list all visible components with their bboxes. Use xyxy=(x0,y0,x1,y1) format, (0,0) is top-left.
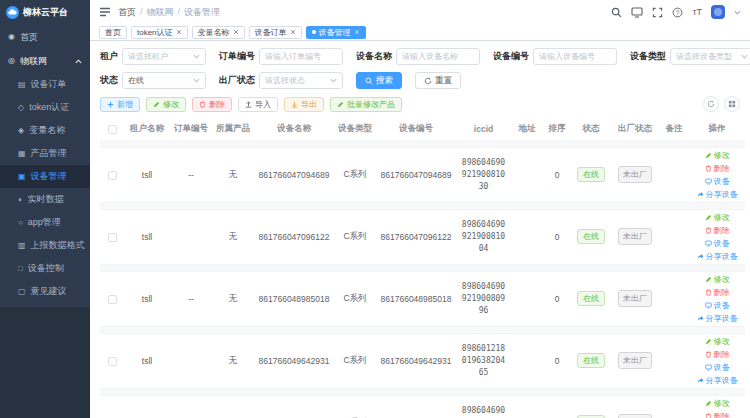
close-icon[interactable] xyxy=(354,29,360,35)
row-edit-link[interactable]: 修改 xyxy=(705,398,730,409)
chevron-up-icon xyxy=(75,58,82,65)
edit-button[interactable]: 修改 xyxy=(146,97,186,112)
edit-button-label: 修改 xyxy=(163,99,179,110)
share-icon xyxy=(697,315,704,322)
table-row: tsll 无 861766049662616 C系列 8617660496626… xyxy=(100,395,745,418)
cell-device-name: 861766048985018 xyxy=(254,271,334,326)
row-edit-link[interactable]: 修改 xyxy=(705,212,730,223)
cell-device-no: 861766047094689 xyxy=(376,147,456,202)
sidebar-item-product-manage[interactable]: ▦ 产品管理 xyxy=(0,142,90,165)
trash-icon xyxy=(705,351,712,358)
sidebar-item-realtime-data[interactable]: ◐ 实时数据 xyxy=(0,188,90,211)
refresh-table-button[interactable] xyxy=(703,96,719,112)
breadcrumb-home[interactable]: 首页 xyxy=(118,6,136,19)
export-button[interactable]: 导出 xyxy=(284,97,324,112)
sidebar-item-device-order[interactable]: ▤ 设备订单 xyxy=(0,73,90,96)
row-device-link[interactable]: 设备 xyxy=(705,238,730,249)
col-device-name: 设备名称 xyxy=(254,118,334,140)
col-tenant: 租户名称 xyxy=(124,118,170,140)
close-icon[interactable] xyxy=(233,29,239,35)
order-no-input[interactable] xyxy=(259,48,343,65)
tenant-select[interactable]: 请选择租户 xyxy=(122,48,206,65)
row-delete-link[interactable]: 删除 xyxy=(705,287,730,298)
tab-device-manage[interactable]: 设备管理 xyxy=(306,26,366,39)
row-checkbox[interactable] xyxy=(108,357,117,366)
row-checkbox[interactable] xyxy=(108,233,117,242)
status-select[interactable]: 在线 xyxy=(122,72,206,89)
font-size-icon[interactable]: тT xyxy=(692,7,702,17)
cell-address xyxy=(511,147,543,202)
row-checkbox[interactable] xyxy=(108,295,117,304)
sidebar-item-variable-name[interactable]: ◈ 变量名称 xyxy=(0,119,90,142)
sidebar-item-label: 变量名称 xyxy=(29,124,65,137)
help-icon[interactable] xyxy=(672,7,683,18)
add-button[interactable]: 新增 xyxy=(100,97,140,112)
device-name-input[interactable] xyxy=(396,48,480,65)
tab-label: 变量名称 xyxy=(198,27,230,38)
delete-button[interactable]: 删除 xyxy=(192,97,232,112)
row-device-link[interactable]: 设备 xyxy=(705,300,730,311)
close-icon[interactable] xyxy=(290,29,296,35)
sidebar-item-feedback[interactable]: ▢ 意见建议 xyxy=(0,280,90,303)
search-button[interactable]: 搜索 xyxy=(356,72,402,89)
row-checkbox[interactable] xyxy=(108,171,117,180)
cell-product: 无 xyxy=(212,209,254,264)
tab-label: 首页 xyxy=(105,27,121,38)
cell-iccid: 89860469092190080763 xyxy=(456,395,511,418)
breadcrumb-iot[interactable]: 物联网 xyxy=(147,6,174,19)
device-type-select[interactable]: 请选择设备类型 xyxy=(670,48,750,65)
avatar[interactable] xyxy=(711,5,725,19)
fullscreen-icon[interactable] xyxy=(652,7,663,18)
cell-device-no: 861766048985018 xyxy=(376,271,456,326)
device-table: 租户名称 订单编号 所属产品 设备名称 设备类型 设备编号 iccid 地址 排… xyxy=(100,118,745,418)
row-share-link[interactable]: 分享设备 xyxy=(697,313,738,324)
row-delete-link[interactable]: 删除 xyxy=(705,225,730,236)
sidebar-item-home[interactable]: ◉ 首页 xyxy=(0,25,90,49)
cell-sort: 0 xyxy=(543,271,571,326)
column-settings-button[interactable] xyxy=(724,96,740,112)
cell-iccid: 89860469092190081004 xyxy=(456,209,511,264)
hamburger-icon[interactable] xyxy=(99,6,111,18)
row-share-link[interactable]: 分享设备 xyxy=(697,189,738,200)
close-icon[interactable] xyxy=(176,29,182,35)
tab-device-order[interactable]: 设备订单 xyxy=(249,26,302,39)
row-share-link[interactable]: 分享设备 xyxy=(697,375,738,386)
row-actions: 修改 删除 设备 分享设备 xyxy=(690,274,744,324)
row-edit-link[interactable]: 修改 xyxy=(705,150,730,161)
batch-edit-button[interactable]: 批量修改产品 xyxy=(330,97,402,112)
import-button[interactable]: 导入 xyxy=(238,97,278,112)
sidebar-item-device-manage[interactable]: ▣ 设备管理 xyxy=(0,165,90,188)
row-device-link[interactable]: 设备 xyxy=(705,362,730,373)
row-edit-label: 修改 xyxy=(714,150,730,161)
tab-variable-name[interactable]: 变量名称 xyxy=(192,26,245,39)
sidebar-item-report-format[interactable]: ▥ 上报数据格式 xyxy=(0,234,90,257)
cell-iccid: 89860469092190081030 xyxy=(456,147,511,202)
row-delete-label: 删除 xyxy=(714,349,730,360)
chevron-down-icon[interactable] xyxy=(734,9,741,16)
share-icon xyxy=(697,253,704,260)
screen-size-icon[interactable] xyxy=(631,6,643,18)
row-device-link[interactable]: 设备 xyxy=(705,176,730,187)
search-icon[interactable] xyxy=(611,7,622,18)
breadcrumb-device-manage: 设备管理 xyxy=(184,6,220,19)
cell-device-type: C系列 xyxy=(334,271,376,326)
tab-home[interactable]: 首页 xyxy=(99,26,127,39)
row-delete-link[interactable]: 删除 xyxy=(705,163,730,174)
select-placeholder: 请选择设备类型 xyxy=(676,51,732,62)
tab-token-auth[interactable]: token认证 xyxy=(131,26,188,39)
sidebar-item-device-control[interactable]: □ 设备控制 xyxy=(0,257,90,280)
row-delete-link[interactable]: 删除 xyxy=(705,411,730,418)
export-button-label: 导出 xyxy=(301,99,317,110)
sidebar-item-app-manage[interactable]: ○ app管理 xyxy=(0,211,90,234)
sidebar-item-label: token认证 xyxy=(29,101,69,114)
row-delete-link[interactable]: 删除 xyxy=(705,349,730,360)
row-share-link[interactable]: 分享设备 xyxy=(697,251,738,262)
device-no-input[interactable] xyxy=(533,48,617,65)
sidebar-item-token-auth[interactable]: ◇ token认证 xyxy=(0,96,90,119)
row-edit-link[interactable]: 修改 xyxy=(705,336,730,347)
row-edit-link[interactable]: 修改 xyxy=(705,274,730,285)
reset-button[interactable]: 重置 xyxy=(415,72,461,89)
select-all-checkbox[interactable] xyxy=(108,125,117,134)
sidebar-item-iot[interactable]: ◎ 物联网 xyxy=(0,49,90,73)
factory-status-select[interactable]: 请选择状态 xyxy=(259,72,343,89)
